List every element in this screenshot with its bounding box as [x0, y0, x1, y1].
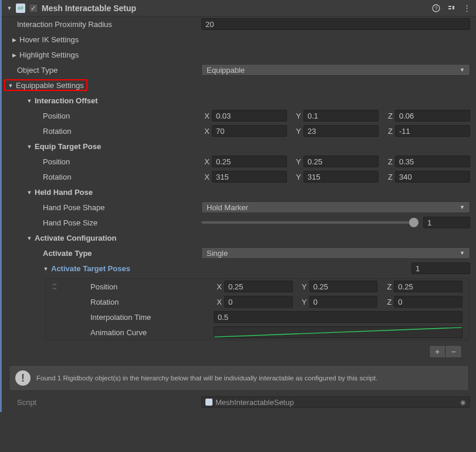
object-type-label: Object Type [8, 66, 201, 75]
etp-pos-x[interactable] [212, 156, 287, 167]
script-mini-icon [205, 399, 212, 406]
io-pos-x[interactable] [212, 110, 287, 122]
object-type-dropdown[interactable]: Equippable ▼ [201, 64, 470, 76]
activate-target-poses-row: ▼Activate Target Poses [2, 261, 476, 276]
info-text: Found 1 Rigidbody object(s) in the hiera… [36, 375, 377, 382]
script-row: Script MeshInteractableSetup ◉ [2, 394, 476, 412]
script-label: Script [8, 398, 201, 407]
svg-text:?: ? [434, 5, 437, 11]
held-hand-pose-row: ▼Held Hand Pose [2, 184, 476, 200]
highlight-row: ▶Highlight Settings [2, 47, 476, 62]
script-field[interactable]: MeshInteractableSetup ◉ [201, 396, 470, 408]
component-header: ▼ c# ✓ Mesh Interactable Setup ? ⋮ [2, 0, 476, 16]
atp-pos-z[interactable] [394, 281, 463, 292]
preset-icon[interactable] [447, 4, 456, 13]
activate-target-poses-count[interactable] [411, 262, 470, 274]
proximity-radius-label: Interaction Proximity Radius [8, 20, 201, 29]
svg-line-5 [214, 328, 462, 337]
atp-rot-x[interactable] [224, 296, 293, 308]
io-rot-z[interactable] [395, 125, 470, 137]
atp-pos-x[interactable] [224, 281, 293, 292]
svg-rect-3 [448, 8, 451, 9]
hand-pose-size-slider[interactable] [201, 221, 418, 224]
equippable-settings-row: ▼Equippable Settings [2, 77, 476, 93]
hand-pose-size-row: Hand Pose Size [2, 215, 476, 230]
chevron-down-icon: ▼ [460, 204, 465, 210]
interaction-offset-foldout[interactable]: ▼Interaction Offset [26, 96, 98, 105]
hand-pose-size-input[interactable] [423, 217, 470, 228]
animation-curve-field[interactable] [214, 326, 463, 338]
io-pos-z[interactable] [395, 110, 470, 122]
array-footer: + − [45, 343, 469, 362]
target-pose-item-0: ━━ Position X Y Z Rotation X Y Z I [46, 279, 468, 340]
interaction-offset-row: ▼Interaction Offset [2, 93, 476, 108]
drag-handle-icon[interactable]: ━━ [53, 282, 61, 291]
hover-ik-foldout[interactable]: ▶Hover IK Settings [11, 35, 79, 44]
help-icon[interactable]: ? [431, 4, 441, 13]
etp-rot-z[interactable] [395, 171, 470, 183]
hand-pose-shape-row: Hand Pose Shape Hold Marker ▼ [2, 200, 476, 215]
highlight-foldout[interactable]: ▶Highlight Settings [11, 50, 79, 59]
component-title: Mesh Interactable Setup [42, 4, 428, 13]
chevron-down-icon: ▼ [460, 250, 465, 256]
io-rot-y[interactable] [303, 125, 379, 137]
activate-config-row: ▼Activate Configuration [2, 230, 476, 245]
equippable-settings-highlight: ▼Equippable Settings [4, 79, 87, 92]
equippable-settings-foldout[interactable]: ▼Equippable Settings [8, 81, 84, 90]
info-box: ! Found 1 Rigidbody object(s) in the hie… [9, 365, 469, 391]
object-picker-icon[interactable]: ◉ [460, 399, 466, 406]
svg-rect-4 [453, 6, 454, 9]
held-hand-pose-foldout[interactable]: ▼Held Hand Pose [26, 188, 93, 197]
equip-target-pose-row: ▼Equip Target Pose [2, 139, 476, 154]
svg-rect-2 [448, 6, 451, 7]
hover-ik-row: ▶Hover IK Settings [2, 32, 476, 47]
interaction-offset-rotation-row: Rotation X Y Z [2, 123, 476, 139]
etp-position-row: Position X Y Z [2, 154, 476, 169]
proximity-radius-row: Interaction Proximity Radius [2, 16, 476, 32]
atp-pos-y[interactable] [309, 281, 378, 292]
interaction-offset-position-row: Position X Y Z [2, 108, 476, 123]
array-remove-button[interactable]: − [445, 345, 462, 358]
activate-type-dropdown[interactable]: Single ▼ [201, 247, 470, 259]
activate-target-poses-foldout[interactable]: ▼Activate Target Poses [43, 264, 130, 273]
io-pos-y[interactable] [303, 110, 379, 122]
script-icon: c# [16, 4, 25, 13]
hand-pose-shape-dropdown[interactable]: Hold Marker ▼ [201, 201, 470, 213]
atp-rot-z[interactable] [394, 296, 463, 308]
activate-config-foldout[interactable]: ▼Activate Configuration [26, 234, 116, 242]
etp-pos-z[interactable] [395, 156, 470, 167]
atp-interp-time[interactable] [214, 311, 463, 323]
equip-target-pose-foldout[interactable]: ▼Equip Target Pose [26, 142, 101, 151]
object-type-row: Object Type Equippable ▼ [2, 62, 476, 77]
chevron-down-icon: ▼ [460, 67, 465, 73]
enable-checkbox[interactable]: ✓ [29, 4, 38, 13]
etp-rot-x[interactable] [212, 171, 287, 183]
etp-rotation-row: Rotation X Y Z [2, 169, 476, 184]
io-rot-x[interactable] [212, 125, 287, 137]
etp-pos-y[interactable] [303, 156, 379, 167]
component-panel: ▼ c# ✓ Mesh Interactable Setup ? ⋮ Inter… [0, 0, 476, 412]
info-icon: ! [15, 370, 31, 386]
foldout-toggle[interactable]: ▼ [6, 5, 12, 11]
etp-rot-y[interactable] [303, 171, 379, 183]
atp-rot-y[interactable] [309, 296, 378, 308]
proximity-radius-input[interactable] [201, 18, 470, 30]
menu-icon[interactable]: ⋮ [462, 4, 471, 13]
array-add-button[interactable]: + [429, 345, 445, 358]
slider-handle[interactable] [409, 218, 418, 227]
activate-type-row: Activate Type Single ▼ [2, 245, 476, 261]
target-pose-array-box: ━━ Position X Y Z Rotation X Y Z I [45, 278, 469, 340]
